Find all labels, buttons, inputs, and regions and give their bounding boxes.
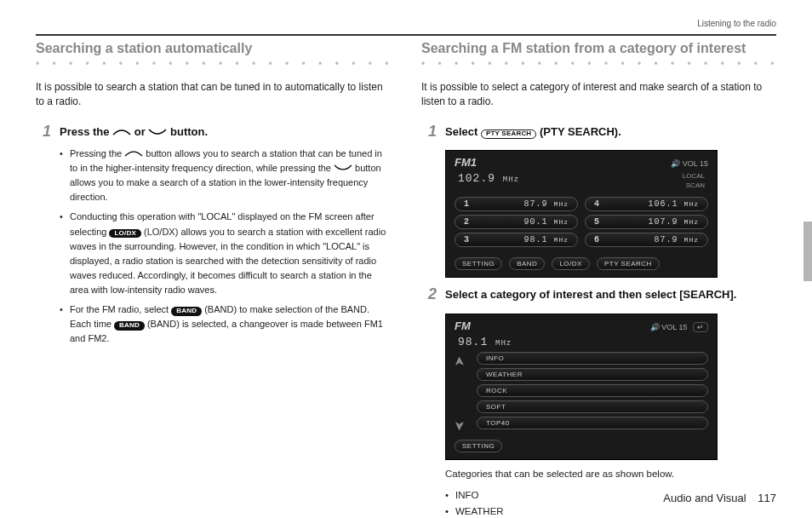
txt: LOCAL xyxy=(683,172,705,180)
txt: 106.1 xyxy=(649,199,678,209)
txt: MHz xyxy=(684,218,699,226)
txt: 87.9 xyxy=(655,235,678,245)
left-column: Searching a station automatically • • • … xyxy=(36,41,391,484)
txt: MHz xyxy=(684,236,699,244)
step-1: 1 Select PTY SEARCH (PTY SEARCH). xyxy=(421,124,776,141)
band-label: FM1 xyxy=(455,156,477,169)
freq-row: 102.9 MHz LOCALSCAN xyxy=(446,170,717,197)
bullet: Pressing the button allows you to search… xyxy=(60,147,391,204)
txt: 2 xyxy=(464,217,469,227)
lodx-button[interactable]: LO/DX xyxy=(552,257,590,270)
setting-button[interactable]: SETTING xyxy=(455,257,502,270)
current-frequency: 102.9 MHz xyxy=(458,172,519,190)
preset-button[interactable]: 5107.9 MHz xyxy=(585,215,708,229)
txt: Pressing the xyxy=(70,148,124,158)
head-unit-screenshot-fm-categories: FM 🔊 VOL 15 ↵ 98.1 MHz ⮝ ⮟ INFO WEATHER … xyxy=(445,314,718,460)
category-item[interactable]: INFO xyxy=(477,352,708,365)
shot-footer: SETTING xyxy=(446,436,717,459)
step-heading: Select PTY SEARCH (PTY SEARCH). xyxy=(445,124,776,141)
preset-button[interactable]: 4106.1 MHz xyxy=(585,197,708,211)
page-footer: Audio and Visual 117 xyxy=(663,492,776,504)
sub-bullets: Pressing the button allows you to search… xyxy=(60,147,391,346)
preset-button[interactable]: 187.9 MHz xyxy=(455,197,578,211)
back-icon[interactable]: ↵ xyxy=(693,322,708,332)
seek-down-icon xyxy=(148,128,167,136)
two-columns: Searching a station automatically • • • … xyxy=(36,41,776,484)
txt: 1 xyxy=(464,199,469,209)
txt: SCAN xyxy=(686,181,705,189)
seek-up-icon xyxy=(124,149,143,158)
section-intro: It is possible to select a category of i… xyxy=(421,80,776,110)
right-column: Searching a FM station from a category o… xyxy=(421,41,776,484)
txt: MHz xyxy=(554,236,569,244)
band-pill-icon: BAND xyxy=(114,321,145,331)
txt: 98.1 xyxy=(458,336,488,348)
step-body: Select PTY SEARCH (PTY SEARCH). xyxy=(445,124,776,141)
chapter-crumb: Listening to the radio xyxy=(697,19,776,28)
shot-header: FM1 🔊 VOL 15 xyxy=(446,151,717,170)
txt: 90.1 xyxy=(524,217,548,227)
txt: For the FM radio, select xyxy=(70,304,171,314)
volume-label: 🔊 VOL 15 ↵ xyxy=(650,323,708,331)
pty-search-button[interactable]: PTY SEARCH xyxy=(597,257,660,270)
band-label: FM xyxy=(455,319,471,332)
txt: Select xyxy=(445,125,481,138)
txt: VOL 15 xyxy=(683,159,708,168)
lodx-pill-icon: LO/DX xyxy=(109,229,140,239)
head-unit-screenshot-fm1: FM1 🔊 VOL 15 102.9 MHz LOCALSCAN 187.9 M… xyxy=(445,150,718,278)
txt: MHz xyxy=(503,176,519,184)
setting-button[interactable]: SETTING xyxy=(455,440,502,452)
manual-page: Listening to the radio Searching a stati… xyxy=(0,0,812,518)
txt: MHz xyxy=(554,218,569,226)
scroll-up-icon[interactable]: ⮝ xyxy=(455,355,465,367)
step-list: 1 Press the or button. Pressing the xyxy=(36,124,391,351)
txt: 102.9 xyxy=(458,172,495,185)
txt: MHz xyxy=(495,339,512,348)
txt: 6 xyxy=(594,235,599,245)
shot-header: FM 🔊 VOL 15 ↵ xyxy=(446,314,717,334)
scroll-down-icon[interactable]: ⮟ xyxy=(455,420,465,432)
txt: 5 xyxy=(594,217,599,227)
preset-button[interactable]: 290.1 MHz xyxy=(455,215,578,229)
seek-down-icon xyxy=(334,164,352,172)
list-item: WEATHER xyxy=(445,504,776,518)
step-list: 2 Select a category of interest and then… xyxy=(421,286,776,303)
band-pill-icon: BAND xyxy=(171,307,202,316)
categories-note: Categories that can be selected are as s… xyxy=(445,469,776,479)
step-1: 1 Press the or button. Pressing the xyxy=(36,124,391,351)
shot-footer: SETTING BAND LO/DX PTY SEARCH xyxy=(446,254,717,277)
section-name: Audio and Visual xyxy=(663,492,746,504)
status-side: LOCALSCAN xyxy=(683,172,705,190)
current-frequency: 98.1 MHz xyxy=(458,336,512,348)
txt: 4 xyxy=(594,199,599,209)
category-item[interactable]: ROCK xyxy=(477,384,708,397)
preset-button[interactable]: 398.1 MHz xyxy=(455,233,578,247)
volume-label: 🔊 VOL 15 xyxy=(671,159,708,168)
freq-row: 98.1 MHz xyxy=(446,334,717,352)
step-number: 1 xyxy=(421,124,437,139)
bullet: Conducting this operation with "LOCAL" d… xyxy=(60,210,391,296)
category-item[interactable]: TOP40 xyxy=(477,417,708,429)
dot-leader: • • • • • • • • • • • • • • • • • • • • … xyxy=(36,58,391,70)
page-number: 117 xyxy=(758,492,776,504)
txt: Press the xyxy=(60,125,112,138)
txt: MHz xyxy=(684,200,699,208)
txt: 87.9 xyxy=(524,199,548,209)
top-rule xyxy=(36,34,776,36)
band-button[interactable]: BAND xyxy=(509,257,545,270)
txt: 98.1 xyxy=(524,235,548,245)
category-item[interactable]: WEATHER xyxy=(477,368,708,381)
category-item[interactable]: SOFT xyxy=(477,400,708,413)
pty-search-pill-icon: PTY SEARCH xyxy=(481,130,536,139)
step-number: 2 xyxy=(421,286,437,302)
step-list: 1 Select PTY SEARCH (PTY SEARCH). xyxy=(421,124,776,141)
step-number: 1 xyxy=(36,124,51,139)
txt: VOL 15 xyxy=(661,323,687,331)
step-2: 2 Select a category of interest and then… xyxy=(421,286,776,303)
bullet: For the FM radio, select BAND (BAND) to … xyxy=(60,302,391,346)
step-heading: Select a category of interest and then s… xyxy=(445,286,776,303)
thumb-index-tab xyxy=(803,222,812,281)
section-heading: Searching a FM station from a category o… xyxy=(421,41,776,56)
preset-button[interactable]: 687.9 MHz xyxy=(585,233,708,247)
step-body: Select a category of interest and then s… xyxy=(445,286,776,303)
